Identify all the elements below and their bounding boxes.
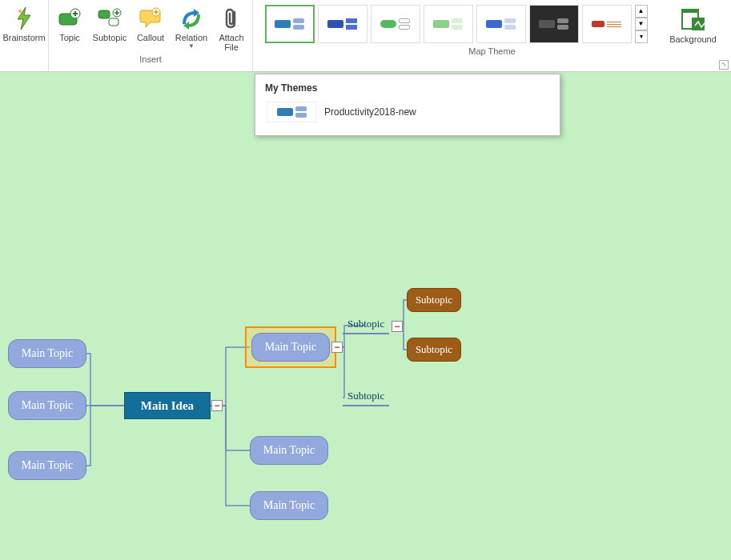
background-button[interactable]: Background (667, 5, 720, 46)
theme-scroll-down-button[interactable]: ▼ (635, 18, 648, 30)
theme-thumb-4[interactable] (424, 5, 473, 43)
theme-thumb-3[interactable] (371, 5, 420, 43)
mindmap-canvas[interactable]: Main Topic Main Topic Main Topic Main Id… (0, 72, 731, 560)
relation-button[interactable]: Relation ▼ (171, 3, 212, 52)
paperclip-icon (219, 6, 244, 31)
node-main-topic-left-1[interactable]: Main Topic (8, 339, 86, 368)
theme-thumb-2[interactable] (318, 5, 368, 43)
my-theme-thumb (267, 102, 316, 122)
svg-point-0 (18, 10, 22, 13)
node-subtopic-plain-1[interactable]: Subtopic (343, 317, 389, 334)
callout-button[interactable]: Callout (132, 3, 169, 45)
svg-rect-3 (98, 10, 110, 18)
theme-thumb-7[interactable] (582, 5, 632, 43)
background-icon (681, 7, 706, 33)
subtopic-icon (97, 6, 123, 31)
relation-label: Relation (175, 33, 207, 42)
brainstorm-label: Brainstorm (2, 33, 45, 42)
theme-gallery: ▲ ▼ ▾ Background (262, 2, 723, 46)
theme-dropdown-button[interactable]: ▾ (635, 30, 648, 43)
brainstorm-button[interactable]: Brainstorm (3, 3, 45, 45)
theme-thumb-6[interactable] (529, 5, 579, 43)
dropdown-caret-icon: ▼ (188, 42, 195, 50)
subtopic-label: Subtopic (93, 33, 127, 42)
my-theme-entry[interactable]: Productivity2018-new (265, 100, 550, 124)
relation-icon (179, 6, 204, 31)
topic-icon (57, 6, 82, 31)
collapse-toggle-selected[interactable]: − (331, 342, 343, 353)
node-main-topic-selected[interactable]: Main Topic (251, 333, 330, 362)
subtopic-button[interactable]: Subtopic (89, 3, 131, 45)
theme-gallery-spinner: ▲ ▼ ▾ (635, 5, 648, 43)
collapse-toggle-central[interactable]: − (211, 400, 223, 411)
svg-rect-4 (109, 18, 118, 26)
theme-thumb-1[interactable] (265, 5, 315, 43)
callout-icon (138, 6, 163, 31)
node-main-topic-left-2[interactable]: Main Topic (8, 391, 86, 420)
node-central-idea[interactable]: Main Idea (124, 392, 211, 419)
node-subtopic-brown-2[interactable]: Subtopic (407, 338, 461, 362)
topic-label: Topic (59, 33, 80, 42)
topic-button[interactable]: Topic (52, 3, 87, 45)
my-themes-popup: My Themes Productivity2018-new (255, 74, 560, 136)
node-main-topic-right-4[interactable]: Main Topic (250, 436, 328, 465)
theme-scroll-up-button[interactable]: ▲ (635, 5, 648, 18)
ribbon: Brainstorm Topic Subtopic (0, 0, 731, 72)
map-theme-group-label: Map Theme (256, 46, 728, 57)
node-subtopic-plain-2[interactable]: Subtopic (343, 389, 389, 406)
ribbon-group-insert: Topic Subtopic Callout Relation ▼ (49, 0, 253, 71)
ribbon-group-brainstorm: Brainstorm (0, 0, 49, 71)
background-label: Background (669, 34, 717, 44)
my-themes-title: My Themes (265, 82, 550, 94)
callout-label: Callout (137, 33, 164, 42)
collapse-toggle-subtopic[interactable]: − (392, 321, 403, 332)
node-main-topic-right-5[interactable]: Main Topic (250, 491, 328, 520)
attach-file-label: Attach File (219, 33, 243, 52)
my-theme-name: Productivity2018-new (324, 106, 416, 118)
map-theme-launcher[interactable]: ⤡ (719, 60, 729, 70)
lightning-icon (11, 6, 37, 31)
theme-thumb-5[interactable] (476, 5, 526, 43)
node-subtopic-brown-1[interactable]: Subtopic (407, 288, 461, 312)
ribbon-group-map-theme: ▲ ▼ ▾ Background Map Theme ⤡ (253, 0, 731, 71)
connectors (0, 72, 731, 560)
node-main-topic-left-3[interactable]: Main Topic (8, 451, 86, 480)
insert-group-label: Insert (52, 54, 249, 65)
attach-file-button[interactable]: Attach File (214, 3, 249, 54)
